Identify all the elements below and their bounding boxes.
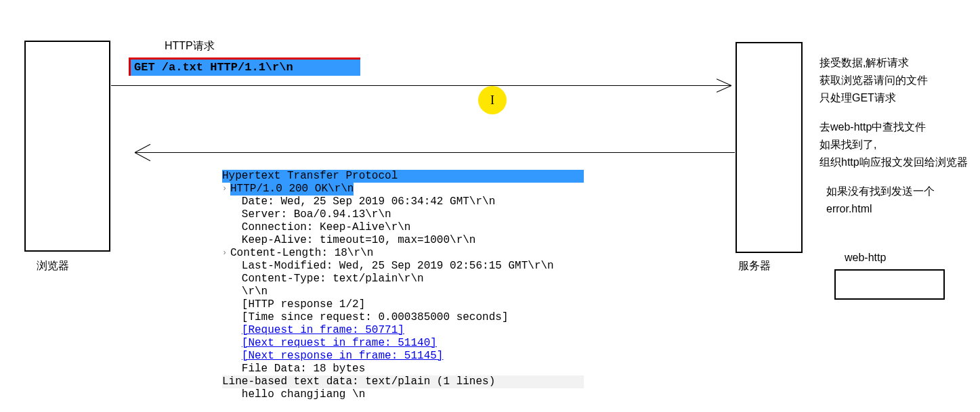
- note-line: 去web-http中查找文件: [819, 118, 968, 136]
- response-file-data: File Data: 18 bytes: [222, 363, 584, 375]
- expand-caret-icon[interactable]: ›: [222, 247, 230, 260]
- expand-caret-icon[interactable]: ›: [222, 183, 230, 196]
- response-arrow-line: [135, 152, 735, 153]
- response-body: hello changjiang \n: [222, 388, 584, 401]
- server-box: [736, 42, 803, 253]
- note-line: error.html: [826, 200, 935, 218]
- response-line: Server: Boa/0.94.13\r\n: [222, 208, 584, 221]
- response-line: Date: Wed, 25 Sep 2019 06:34:42 GMT\r\n: [222, 196, 584, 208]
- request-arrow-line: [111, 85, 731, 86]
- note-line: 如果没有找到发送一个: [826, 183, 935, 200]
- note-line: 只处理GET请求: [819, 89, 928, 107]
- browser-box: [24, 41, 110, 252]
- response-title: Hypertext Transfer Protocol: [222, 170, 584, 183]
- note-line: 获取浏览器请问的文件: [819, 72, 928, 89]
- web-http-label: web-http: [845, 252, 886, 264]
- request-line-text: GET /a.txt HTTP/1.1\r\n: [134, 61, 293, 74]
- response-status: HTTP/1.0 200 OK\r\n: [230, 183, 354, 196]
- note-line: 接受数据,解析请求: [819, 54, 928, 72]
- http-request-title: HTTP请求: [165, 39, 215, 53]
- notes-group-2: 去web-http中查找文件 如果找到了, 组织http响应报文发回给浏览器: [819, 118, 968, 171]
- response-line: Connection: Keep-Alive\r\n: [222, 221, 584, 234]
- notes-group-3: 如果没有找到发送一个 error.html: [826, 183, 935, 218]
- response-line-based: Line-based text data: text/plain (1 line…: [222, 375, 584, 388]
- browser-label: 浏览器: [37, 259, 69, 273]
- response-line: [Time since request: 0.000385000 seconds…: [222, 311, 584, 324]
- response-link[interactable]: [Request in frame: 50771]: [222, 324, 584, 337]
- response-line: Content-Type: text/plain\r\n: [222, 273, 584, 285]
- request-line-box: GET /a.txt HTTP/1.1\r\n: [129, 58, 360, 76]
- response-line: \r\n: [222, 285, 584, 298]
- response-link[interactable]: [Next request in frame: 51140]: [222, 337, 584, 350]
- response-link[interactable]: [Next response in frame: 51145]: [222, 350, 584, 363]
- web-http-box: [834, 269, 945, 300]
- notes-group-1: 接受数据,解析请求 获取浏览器请问的文件 只处理GET请求: [819, 54, 928, 107]
- response-line: Last-Modified: Wed, 25 Sep 2019 02:56:15…: [222, 260, 584, 273]
- text-cursor-icon: I: [478, 86, 507, 114]
- server-label: 服务器: [738, 259, 771, 273]
- response-content-length: Content-Length: 18\r\n: [230, 247, 373, 259]
- note-line: 如果找到了,: [819, 136, 968, 154]
- note-line: 组织http响应报文发回给浏览器: [819, 154, 968, 171]
- response-line: Keep-Alive: timeout=10, max=1000\r\n: [222, 234, 584, 247]
- response-line: [HTTP response 1/2]: [222, 298, 584, 311]
- response-panel: Hypertext Transfer Protocol ›HTTP/1.0 20…: [222, 170, 584, 401]
